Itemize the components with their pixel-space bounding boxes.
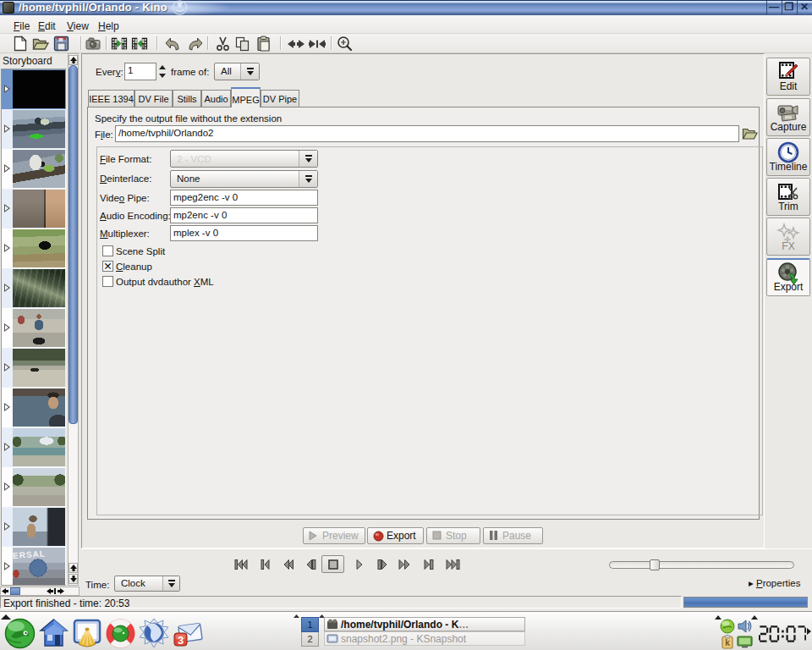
svg-text:3: 3 bbox=[178, 634, 184, 647]
svg-text:k: k bbox=[725, 638, 730, 647]
